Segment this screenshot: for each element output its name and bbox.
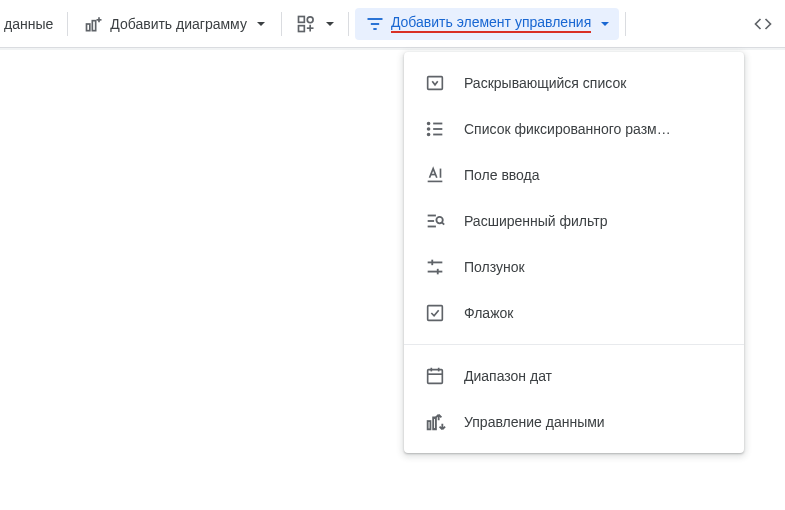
input-field-icon <box>424 164 446 186</box>
menu-item-label: Раскрывающийся список <box>464 75 724 91</box>
menu-item-label: Ползунок <box>464 259 724 275</box>
community-visualizations-button[interactable] <box>288 8 342 40</box>
svg-point-15 <box>428 128 430 130</box>
menu-item-label: Список фиксированного разм… <box>464 121 724 137</box>
slider-icon <box>424 256 446 278</box>
advanced-filter-icon <box>424 210 446 232</box>
svg-point-13 <box>428 123 430 125</box>
svg-point-5 <box>307 16 313 22</box>
chevron-down-icon <box>257 22 265 26</box>
svg-point-25 <box>436 217 442 223</box>
add-chart-button-label: Добавить диаграмму <box>110 16 247 32</box>
chevron-down-icon <box>326 22 334 26</box>
fixed-list-icon <box>424 118 446 140</box>
svg-line-26 <box>442 222 444 224</box>
svg-point-17 <box>428 134 430 136</box>
separator <box>67 12 68 36</box>
svg-rect-36 <box>428 421 431 429</box>
svg-rect-32 <box>428 370 443 384</box>
menu-item-dropdown-list[interactable]: Раскрывающийся список <box>404 60 744 106</box>
chevron-down-icon <box>601 22 609 26</box>
dropdown-list-icon <box>424 72 446 94</box>
chart-icon <box>84 14 104 34</box>
separator <box>625 12 626 36</box>
menu-item-data-control[interactable]: Управление данными <box>404 399 744 445</box>
add-control-dropdown: Раскрывающийся список Список фиксированн… <box>404 52 744 453</box>
menu-divider <box>404 344 744 345</box>
add-control-button[interactable]: Добавить элемент управления <box>355 8 619 40</box>
svg-rect-12 <box>428 77 443 90</box>
menu-item-slider[interactable]: Ползунок <box>404 244 744 290</box>
toolbar: данные Добавить диаграмму <box>0 0 785 48</box>
svg-rect-0 <box>87 24 90 31</box>
date-range-icon <box>424 365 446 387</box>
menu-item-advanced-filter[interactable]: Расширенный фильтр <box>404 198 744 244</box>
menu-item-fixed-list[interactable]: Список фиксированного разм… <box>404 106 744 152</box>
svg-rect-4 <box>298 16 304 22</box>
checkbox-icon <box>424 302 446 324</box>
code-icon <box>753 14 773 34</box>
menu-item-label: Расширенный фильтр <box>464 213 724 229</box>
data-control-icon <box>424 411 446 433</box>
menu-item-label: Поле ввода <box>464 167 724 183</box>
shapes-icon <box>296 14 316 34</box>
truncated-menu-label[interactable]: данные <box>4 10 61 38</box>
filter-icon <box>365 14 385 34</box>
menu-item-date-range[interactable]: Диапазон дат <box>404 353 744 399</box>
embed-button[interactable] <box>745 8 781 40</box>
svg-rect-31 <box>428 306 443 321</box>
svg-rect-6 <box>298 25 304 31</box>
menu-item-label: Флажок <box>464 305 724 321</box>
separator <box>281 12 282 36</box>
menu-item-checkbox[interactable]: Флажок <box>404 290 744 336</box>
add-chart-button[interactable]: Добавить диаграмму <box>74 8 275 40</box>
add-control-button-label: Добавить элемент управления <box>391 14 591 33</box>
separator <box>348 12 349 36</box>
menu-item-input-field[interactable]: Поле ввода <box>404 152 744 198</box>
svg-rect-1 <box>93 20 96 30</box>
svg-rect-37 <box>433 417 436 429</box>
menu-item-label: Диапазон дат <box>464 368 724 384</box>
menu-item-label: Управление данными <box>464 414 724 430</box>
toolbar-right <box>745 8 781 40</box>
